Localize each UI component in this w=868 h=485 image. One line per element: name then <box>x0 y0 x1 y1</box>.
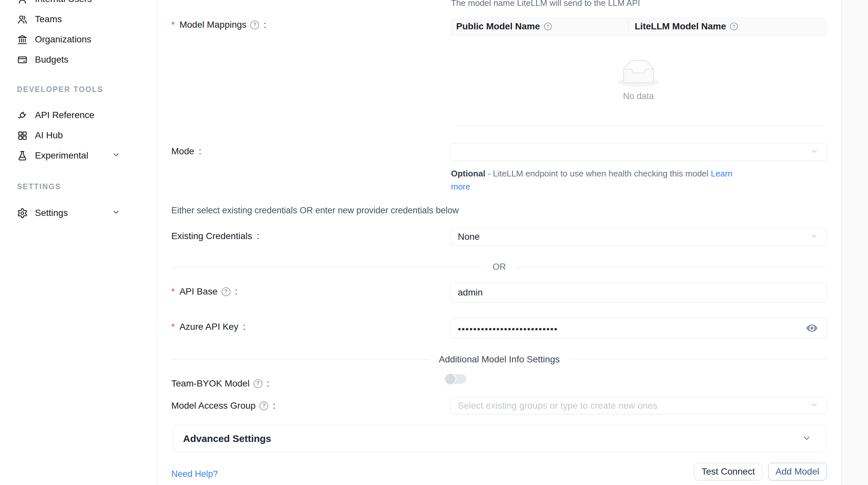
table-header-row: Public Model Name ? LiteLLM Model Name ? <box>450 17 827 36</box>
api-base-label: * API Base ? : <box>171 286 237 297</box>
page-right-gutter <box>841 0 868 485</box>
sidebar-item-label: Experimental <box>35 150 88 161</box>
users-icon <box>17 14 28 25</box>
model-access-group-select[interactable]: Select existing groups or type to create… <box>450 397 827 414</box>
sidebar-section-developer-tools: DEVELOPER TOOLS <box>0 83 157 96</box>
required-asterisk: * <box>171 20 175 30</box>
sidebar-item-label: Teams <box>35 14 62 25</box>
question-circle-icon[interactable]: ? <box>544 23 552 30</box>
azure-api-key-value: •••••••••••••••••••••••••• <box>458 323 558 334</box>
required-asterisk: * <box>171 286 175 297</box>
sidebar-item-internal-users[interactable]: Internal Users <box>0 0 157 9</box>
question-circle-icon[interactable]: ? <box>250 21 259 29</box>
table-empty-state: No data <box>450 36 827 126</box>
question-circle-icon[interactable]: ? <box>253 379 262 388</box>
question-circle-icon[interactable]: ? <box>222 287 230 296</box>
model-mappings-label: * Model Mappings ? : <box>171 20 266 30</box>
api-base-value: admin <box>458 287 483 298</box>
sidebar-item-teams[interactable]: Teams <box>0 9 157 29</box>
credit-card-icon <box>17 55 28 65</box>
chevron-down-icon <box>810 400 818 411</box>
chevron-down-icon <box>112 150 120 161</box>
chevron-down-icon <box>810 147 818 158</box>
column-header-litellm-model-name: LiteLLM Model Name ? <box>628 17 827 36</box>
existing-credentials-select[interactable]: None <box>450 228 827 246</box>
column-header-public-model-name: Public Model Name ? <box>450 17 628 36</box>
question-circle-icon[interactable]: ? <box>730 23 738 30</box>
question-circle-icon[interactable]: ? <box>259 401 268 410</box>
sidebar-section-settings: SETTINGS <box>0 180 157 193</box>
column-divider <box>628 21 628 32</box>
model-access-group-label: Model Access Group ? : <box>171 400 275 411</box>
chevron-down-icon <box>802 433 811 444</box>
chevron-down-icon <box>810 232 818 243</box>
sidebar-item-budgets[interactable]: Budgets <box>0 50 157 70</box>
toggle-thumb <box>444 373 457 385</box>
sidebar-item-settings[interactable]: Settings <box>0 203 157 223</box>
plug-icon <box>17 110 28 121</box>
model-access-group-placeholder: Select existing groups or type to create… <box>458 400 657 411</box>
sidebar-item-label: Internal Users <box>35 0 92 4</box>
grid-icon <box>17 130 28 141</box>
sidebar-item-label: Organizations <box>35 34 91 45</box>
sidebar-item-ai-hub[interactable]: AI Hub <box>0 125 157 146</box>
azure-api-key-input[interactable]: •••••••••••••••••••••••••• <box>450 318 827 338</box>
sidebar-item-label: API Reference <box>35 110 94 120</box>
azure-api-key-label: * Azure API Key : <box>171 322 245 332</box>
learn-more-link[interactable]: more <box>451 182 470 191</box>
model-mappings-table: Public Model Name ? LiteLLM Model Name ? <box>450 17 827 126</box>
user-icon <box>17 0 28 5</box>
existing-credentials-label: Existing Credentials : <box>171 231 259 241</box>
empty-text: No data <box>623 91 654 101</box>
empty-inbox-icon <box>618 60 659 87</box>
model-name-helper-text: The model name LiteLLM will send to the … <box>451 0 640 8</box>
chevron-down-icon <box>112 208 120 219</box>
team-byok-toggle[interactable] <box>445 374 466 384</box>
sidebar: Internal Users Teams Organizations Budge… <box>0 0 157 485</box>
mode-select[interactable] <box>450 143 827 161</box>
additional-settings-divider: Additional Model Info Settings <box>171 352 827 366</box>
or-divider: OR <box>171 260 827 274</box>
required-asterisk: * <box>171 322 175 332</box>
sidebar-item-organizations[interactable]: Organizations <box>0 29 157 50</box>
gear-icon <box>17 208 28 219</box>
mode-help-text: Optional - LiteLLM endpoint to use when … <box>451 167 733 193</box>
sidebar-item-label: Budgets <box>35 55 68 65</box>
sidebar-item-label: AI Hub <box>35 130 63 140</box>
mode-label: Mode : <box>171 146 202 157</box>
team-byok-label: Team-BYOK Model ? : <box>171 378 269 389</box>
toggle-password-visibility-button[interactable] <box>805 322 818 335</box>
need-help-link[interactable]: Need Help? <box>171 469 218 479</box>
add-model-button[interactable]: Add Model <box>768 463 827 480</box>
credentials-note: Either select existing credentials OR en… <box>171 205 459 216</box>
eye-icon <box>805 322 818 335</box>
flask-icon <box>17 150 28 161</box>
advanced-settings-title: Advanced Settings <box>183 433 271 444</box>
sidebar-item-label: Settings <box>35 208 68 218</box>
bank-icon <box>17 34 28 45</box>
sidebar-item-experimental[interactable]: Experimental <box>0 146 157 166</box>
existing-credentials-value: None <box>458 232 480 242</box>
sidebar-item-api-reference[interactable]: API Reference <box>0 105 157 125</box>
learn-more-link[interactable]: Learn <box>711 169 733 179</box>
test-connect-button[interactable]: Test Connect <box>694 463 762 480</box>
advanced-settings-panel[interactable]: Advanced Settings <box>173 425 826 452</box>
api-base-input[interactable]: admin <box>450 283 827 303</box>
